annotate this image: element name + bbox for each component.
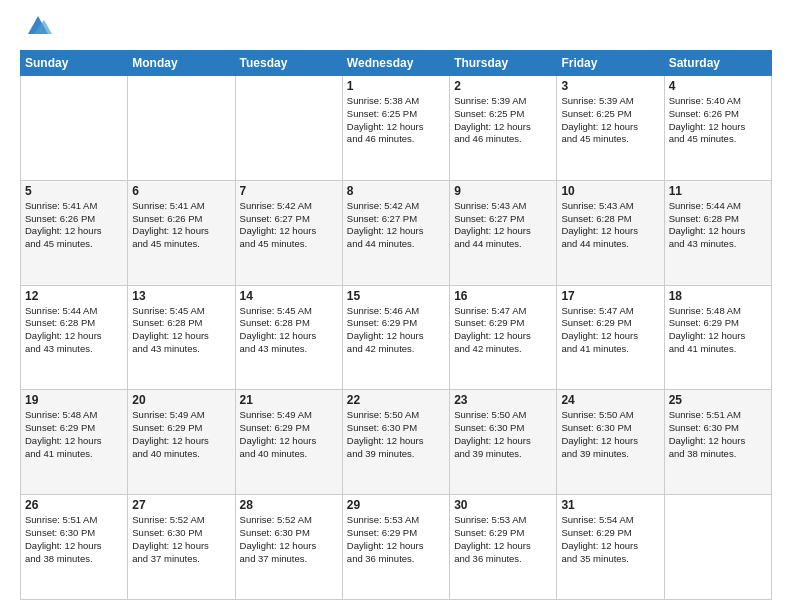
logo-icon (24, 12, 52, 40)
col-header-wednesday: Wednesday (342, 51, 449, 76)
calendar-day-2: 2Sunrise: 5:39 AMSunset: 6:25 PMDaylight… (450, 76, 557, 181)
day-number: 29 (347, 498, 445, 512)
page: SundayMondayTuesdayWednesdayThursdayFrid… (0, 0, 792, 612)
day-number: 3 (561, 79, 659, 93)
calendar-day-24: 24Sunrise: 5:50 AMSunset: 6:30 PMDayligh… (557, 390, 664, 495)
day-info: Sunrise: 5:44 AMSunset: 6:28 PMDaylight:… (669, 200, 767, 251)
day-number: 26 (25, 498, 123, 512)
day-info: Sunrise: 5:43 AMSunset: 6:27 PMDaylight:… (454, 200, 552, 251)
day-number: 20 (132, 393, 230, 407)
calendar-empty (664, 495, 771, 600)
day-number: 31 (561, 498, 659, 512)
calendar-day-12: 12Sunrise: 5:44 AMSunset: 6:28 PMDayligh… (21, 285, 128, 390)
day-number: 4 (669, 79, 767, 93)
day-info: Sunrise: 5:45 AMSunset: 6:28 PMDaylight:… (240, 305, 338, 356)
day-info: Sunrise: 5:54 AMSunset: 6:29 PMDaylight:… (561, 514, 659, 565)
day-info: Sunrise: 5:50 AMSunset: 6:30 PMDaylight:… (347, 409, 445, 460)
day-info: Sunrise: 5:52 AMSunset: 6:30 PMDaylight:… (240, 514, 338, 565)
calendar-day-16: 16Sunrise: 5:47 AMSunset: 6:29 PMDayligh… (450, 285, 557, 390)
day-info: Sunrise: 5:45 AMSunset: 6:28 PMDaylight:… (132, 305, 230, 356)
day-number: 21 (240, 393, 338, 407)
day-info: Sunrise: 5:46 AMSunset: 6:29 PMDaylight:… (347, 305, 445, 356)
col-header-tuesday: Tuesday (235, 51, 342, 76)
calendar-day-10: 10Sunrise: 5:43 AMSunset: 6:28 PMDayligh… (557, 180, 664, 285)
day-number: 27 (132, 498, 230, 512)
calendar-day-15: 15Sunrise: 5:46 AMSunset: 6:29 PMDayligh… (342, 285, 449, 390)
day-number: 9 (454, 184, 552, 198)
calendar-day-9: 9Sunrise: 5:43 AMSunset: 6:27 PMDaylight… (450, 180, 557, 285)
day-info: Sunrise: 5:39 AMSunset: 6:25 PMDaylight:… (454, 95, 552, 146)
calendar-day-5: 5Sunrise: 5:41 AMSunset: 6:26 PMDaylight… (21, 180, 128, 285)
day-info: Sunrise: 5:52 AMSunset: 6:30 PMDaylight:… (132, 514, 230, 565)
calendar-week-4: 19Sunrise: 5:48 AMSunset: 6:29 PMDayligh… (21, 390, 772, 495)
day-number: 18 (669, 289, 767, 303)
day-info: Sunrise: 5:49 AMSunset: 6:29 PMDaylight:… (240, 409, 338, 460)
day-info: Sunrise: 5:51 AMSunset: 6:30 PMDaylight:… (669, 409, 767, 460)
calendar-day-6: 6Sunrise: 5:41 AMSunset: 6:26 PMDaylight… (128, 180, 235, 285)
calendar-day-21: 21Sunrise: 5:49 AMSunset: 6:29 PMDayligh… (235, 390, 342, 495)
calendar-day-8: 8Sunrise: 5:42 AMSunset: 6:27 PMDaylight… (342, 180, 449, 285)
day-info: Sunrise: 5:42 AMSunset: 6:27 PMDaylight:… (240, 200, 338, 251)
day-number: 11 (669, 184, 767, 198)
day-info: Sunrise: 5:40 AMSunset: 6:26 PMDaylight:… (669, 95, 767, 146)
day-number: 24 (561, 393, 659, 407)
calendar-day-13: 13Sunrise: 5:45 AMSunset: 6:28 PMDayligh… (128, 285, 235, 390)
day-number: 5 (25, 184, 123, 198)
calendar-week-5: 26Sunrise: 5:51 AMSunset: 6:30 PMDayligh… (21, 495, 772, 600)
calendar-day-19: 19Sunrise: 5:48 AMSunset: 6:29 PMDayligh… (21, 390, 128, 495)
day-number: 10 (561, 184, 659, 198)
calendar-day-1: 1Sunrise: 5:38 AMSunset: 6:25 PMDaylight… (342, 76, 449, 181)
day-number: 30 (454, 498, 552, 512)
day-info: Sunrise: 5:43 AMSunset: 6:28 PMDaylight:… (561, 200, 659, 251)
day-number: 22 (347, 393, 445, 407)
day-number: 6 (132, 184, 230, 198)
day-number: 17 (561, 289, 659, 303)
calendar-empty (21, 76, 128, 181)
day-info: Sunrise: 5:47 AMSunset: 6:29 PMDaylight:… (454, 305, 552, 356)
calendar-day-14: 14Sunrise: 5:45 AMSunset: 6:28 PMDayligh… (235, 285, 342, 390)
logo (20, 16, 52, 40)
day-number: 19 (25, 393, 123, 407)
day-number: 2 (454, 79, 552, 93)
day-number: 14 (240, 289, 338, 303)
calendar-day-3: 3Sunrise: 5:39 AMSunset: 6:25 PMDaylight… (557, 76, 664, 181)
day-info: Sunrise: 5:53 AMSunset: 6:29 PMDaylight:… (347, 514, 445, 565)
col-header-thursday: Thursday (450, 51, 557, 76)
col-header-saturday: Saturday (664, 51, 771, 76)
calendar-day-18: 18Sunrise: 5:48 AMSunset: 6:29 PMDayligh… (664, 285, 771, 390)
day-number: 8 (347, 184, 445, 198)
day-info: Sunrise: 5:38 AMSunset: 6:25 PMDaylight:… (347, 95, 445, 146)
day-info: Sunrise: 5:47 AMSunset: 6:29 PMDaylight:… (561, 305, 659, 356)
day-info: Sunrise: 5:44 AMSunset: 6:28 PMDaylight:… (25, 305, 123, 356)
calendar-day-4: 4Sunrise: 5:40 AMSunset: 6:26 PMDaylight… (664, 76, 771, 181)
col-header-sunday: Sunday (21, 51, 128, 76)
calendar-week-2: 5Sunrise: 5:41 AMSunset: 6:26 PMDaylight… (21, 180, 772, 285)
calendar-day-25: 25Sunrise: 5:51 AMSunset: 6:30 PMDayligh… (664, 390, 771, 495)
day-number: 13 (132, 289, 230, 303)
day-info: Sunrise: 5:41 AMSunset: 6:26 PMDaylight:… (132, 200, 230, 251)
day-number: 28 (240, 498, 338, 512)
day-info: Sunrise: 5:41 AMSunset: 6:26 PMDaylight:… (25, 200, 123, 251)
day-info: Sunrise: 5:49 AMSunset: 6:29 PMDaylight:… (132, 409, 230, 460)
calendar-day-23: 23Sunrise: 5:50 AMSunset: 6:30 PMDayligh… (450, 390, 557, 495)
day-info: Sunrise: 5:50 AMSunset: 6:30 PMDaylight:… (561, 409, 659, 460)
calendar-day-22: 22Sunrise: 5:50 AMSunset: 6:30 PMDayligh… (342, 390, 449, 495)
day-info: Sunrise: 5:39 AMSunset: 6:25 PMDaylight:… (561, 95, 659, 146)
calendar-day-29: 29Sunrise: 5:53 AMSunset: 6:29 PMDayligh… (342, 495, 449, 600)
calendar-day-11: 11Sunrise: 5:44 AMSunset: 6:28 PMDayligh… (664, 180, 771, 285)
calendar-empty (235, 76, 342, 181)
calendar-day-30: 30Sunrise: 5:53 AMSunset: 6:29 PMDayligh… (450, 495, 557, 600)
day-number: 7 (240, 184, 338, 198)
calendar-table: SundayMondayTuesdayWednesdayThursdayFrid… (20, 50, 772, 600)
calendar-day-28: 28Sunrise: 5:52 AMSunset: 6:30 PMDayligh… (235, 495, 342, 600)
day-info: Sunrise: 5:50 AMSunset: 6:30 PMDaylight:… (454, 409, 552, 460)
calendar-day-7: 7Sunrise: 5:42 AMSunset: 6:27 PMDaylight… (235, 180, 342, 285)
calendar-day-20: 20Sunrise: 5:49 AMSunset: 6:29 PMDayligh… (128, 390, 235, 495)
col-header-monday: Monday (128, 51, 235, 76)
header (20, 16, 772, 40)
calendar-day-17: 17Sunrise: 5:47 AMSunset: 6:29 PMDayligh… (557, 285, 664, 390)
day-info: Sunrise: 5:51 AMSunset: 6:30 PMDaylight:… (25, 514, 123, 565)
day-number: 1 (347, 79, 445, 93)
calendar-empty (128, 76, 235, 181)
day-info: Sunrise: 5:48 AMSunset: 6:29 PMDaylight:… (25, 409, 123, 460)
